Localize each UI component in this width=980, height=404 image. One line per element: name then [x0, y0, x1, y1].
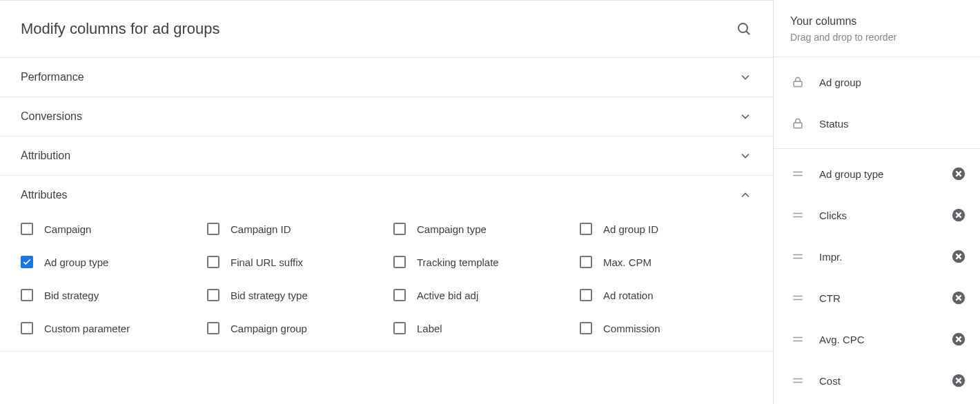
- column-label: Cost: [819, 375, 937, 387]
- drag-handle-icon[interactable]: [790, 290, 805, 305]
- checkbox-icon: [21, 322, 33, 334]
- checkbox-label: Custom parameter: [44, 323, 130, 334]
- checkbox-item[interactable]: Ad rotation: [580, 289, 752, 301]
- svg-rect-2: [794, 81, 802, 87]
- checkbox-icon: [21, 256, 33, 268]
- checkbox-item[interactable]: Campaign: [21, 223, 193, 235]
- checkbox-label: Bid strategy type: [231, 290, 308, 301]
- column-label: Status: [819, 118, 966, 130]
- checkbox-item[interactable]: Bid strategy: [21, 289, 193, 301]
- chevron-down-icon: [738, 70, 752, 84]
- locked-column-item: Ad group: [790, 61, 966, 103]
- svg-line-1: [746, 31, 749, 34]
- drag-handle-icon[interactable]: [790, 208, 805, 223]
- lock-icon: [790, 116, 805, 131]
- checkbox-icon: [393, 322, 406, 334]
- checkbox-item[interactable]: Active bid adj: [393, 289, 566, 301]
- main-panel: Modify columns for ad groups Performance: [0, 0, 773, 404]
- checkbox-item[interactable]: Campaign type: [393, 223, 566, 235]
- remove-column-icon[interactable]: [951, 290, 966, 305]
- checkbox-label: Final URL suffix: [231, 256, 303, 268]
- checkbox-icon: [207, 289, 219, 301]
- section-header-performance[interactable]: Performance: [0, 58, 773, 97]
- checkbox-label: Tracking template: [417, 256, 499, 268]
- checkbox-label: Campaign group: [231, 323, 307, 334]
- checkbox-item[interactable]: Bid strategy type: [207, 289, 380, 301]
- drag-handle-icon[interactable]: [790, 166, 805, 181]
- section-attributes: Attributes CampaignCampaign IDCampaign t…: [0, 175, 773, 351]
- checkbox-label: Active bid adj: [417, 290, 478, 301]
- lock-icon: [790, 74, 805, 90]
- column-label: Clicks: [819, 210, 937, 221]
- section-header-attribution[interactable]: Attribution: [0, 137, 773, 175]
- draggable-column-item[interactable]: Clicks: [790, 194, 966, 236]
- checkbox-icon: [207, 322, 219, 334]
- checkbox-label: Max. CPM: [603, 256, 651, 268]
- checkbox-icon: [393, 256, 406, 268]
- side-subtitle: Drag and drop to reorder: [790, 32, 966, 43]
- checkbox-label: Ad rotation: [603, 290, 654, 301]
- checkbox-item[interactable]: Custom parameter: [21, 322, 193, 334]
- section-title: Performance: [21, 71, 84, 83]
- checkbox-icon: [580, 223, 592, 235]
- chevron-up-icon: [738, 188, 752, 202]
- checkbox-label: Ad group type: [44, 256, 108, 268]
- checkbox-label: Campaign ID: [231, 223, 291, 235]
- checkbox-label: Commission: [603, 323, 660, 334]
- checkbox-item[interactable]: Campaign ID: [207, 223, 380, 235]
- column-label: Impr.: [819, 251, 937, 263]
- draggable-column-item[interactable]: Ad group type: [790, 153, 966, 194]
- checkbox-item[interactable]: Commission: [580, 322, 752, 334]
- checkbox-icon: [207, 256, 219, 268]
- checkbox-item[interactable]: Final URL suffix: [207, 256, 380, 268]
- checkbox-icon: [21, 289, 33, 301]
- checkbox-item[interactable]: Max. CPM: [580, 256, 752, 268]
- svg-point-0: [738, 23, 747, 32]
- side-panel: Your columns Drag and drop to reorder Ad…: [773, 0, 980, 404]
- chevron-down-icon: [738, 149, 752, 163]
- draggable-column-item[interactable]: Cost: [790, 360, 966, 401]
- remove-column-icon[interactable]: [951, 208, 966, 223]
- checkbox-label: Campaign: [44, 223, 91, 235]
- draggable-column-item[interactable]: CTR: [790, 277, 966, 319]
- section-conversions: Conversions: [0, 97, 773, 136]
- checkbox-icon: [580, 322, 592, 334]
- column-label: CTR: [819, 292, 937, 304]
- remove-column-icon[interactable]: [951, 373, 966, 388]
- draggable-column-item[interactable]: Avg. CPC: [790, 319, 966, 360]
- section-header-conversions[interactable]: Conversions: [0, 97, 773, 136]
- checkbox-item[interactable]: Campaign group: [207, 322, 380, 334]
- column-label: Ad group: [819, 77, 966, 88]
- section-title: Conversions: [21, 110, 82, 123]
- checkbox-item[interactable]: Tracking template: [393, 256, 566, 268]
- checkbox-icon: [393, 223, 406, 235]
- checkbox-icon: [207, 223, 219, 235]
- remove-column-icon[interactable]: [951, 249, 966, 264]
- checkbox-label: Campaign type: [417, 223, 487, 235]
- svg-rect-3: [794, 123, 802, 128]
- page-title: Modify columns for ad groups: [21, 20, 220, 38]
- remove-column-icon[interactable]: [951, 332, 966, 347]
- search-icon[interactable]: [736, 21, 752, 37]
- locked-column-item: Status: [790, 103, 966, 144]
- drag-handle-icon[interactable]: [790, 373, 805, 388]
- remove-column-icon[interactable]: [951, 166, 966, 181]
- drag-handle-icon[interactable]: [790, 332, 805, 347]
- checkbox-label: Bid strategy: [44, 290, 99, 301]
- checkbox-icon: [580, 256, 592, 268]
- checkbox-item[interactable]: Label: [393, 322, 566, 334]
- checkbox-icon: [580, 289, 592, 301]
- checkbox-label: Label: [417, 323, 442, 334]
- section-performance: Performance: [0, 57, 773, 97]
- checkbox-item[interactable]: Ad group type: [21, 256, 193, 268]
- drag-handle-icon[interactable]: [790, 249, 805, 264]
- section-attribution: Attribution: [0, 136, 773, 175]
- checkbox-label: Ad group ID: [603, 223, 658, 235]
- side-title: Your columns: [790, 15, 966, 28]
- section-title: Attributes: [21, 189, 68, 201]
- chevron-down-icon: [738, 110, 752, 123]
- column-label: Ad group type: [819, 168, 937, 180]
- draggable-column-item[interactable]: Impr.: [790, 236, 966, 277]
- section-header-attributes[interactable]: Attributes: [0, 176, 773, 214]
- checkbox-item[interactable]: Ad group ID: [580, 223, 752, 235]
